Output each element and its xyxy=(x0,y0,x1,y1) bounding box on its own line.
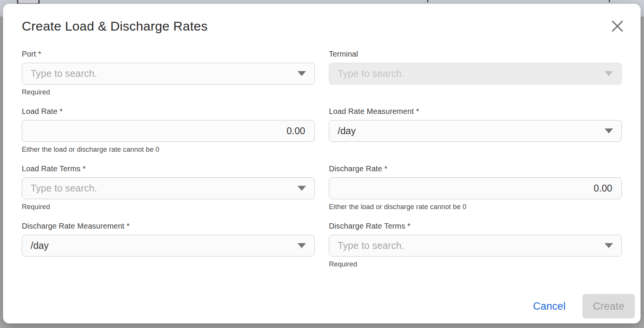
background-artifact xyxy=(609,0,610,2)
discharge-rate-helper-text: Either the load or discharge rate cannot… xyxy=(329,203,622,210)
caret-down-icon xyxy=(605,71,613,76)
close-button[interactable] xyxy=(610,18,625,34)
discharge-rate-measurement-value: /day xyxy=(31,240,49,251)
load-rate-measurement-select[interactable]: /day xyxy=(329,120,622,142)
dialog-footer: Cancel Create xyxy=(529,294,635,318)
terminal-label: Terminal xyxy=(329,50,622,58)
caret-down-icon xyxy=(605,128,613,133)
port-helper-text: Required xyxy=(22,89,315,96)
discharge-rate-measurement-select[interactable]: /day xyxy=(22,235,315,257)
field-terminal: Terminal Type to search. xyxy=(329,50,622,96)
field-discharge-rate-terms: Discharge Rate Terms * Type to search. R… xyxy=(329,222,622,268)
load-rate-measurement-label: Load Rate Measurement * xyxy=(329,107,622,115)
load-rate-terms-select[interactable]: Type to search. xyxy=(22,177,315,199)
port-placeholder: Type to search. xyxy=(31,68,97,79)
caret-down-icon xyxy=(298,71,306,76)
field-discharge-rate: Discharge Rate * Either the load or disc… xyxy=(329,165,622,210)
field-load-rate-terms: Load Rate Terms * Type to search. Requir… xyxy=(22,165,315,210)
create-button[interactable]: Create xyxy=(582,294,635,318)
field-discharge-rate-measurement: Discharge Rate Measurement * /day xyxy=(22,222,315,268)
discharge-rate-terms-select[interactable]: Type to search. xyxy=(329,235,622,257)
load-rate-terms-placeholder: Type to search. xyxy=(31,183,97,194)
discharge-rate-input[interactable] xyxy=(329,177,622,199)
field-load-rate-measurement: Load Rate Measurement * /day xyxy=(329,107,622,153)
port-select[interactable]: Type to search. xyxy=(22,63,315,84)
caret-down-icon xyxy=(298,243,306,248)
dialog-title: Create Load & Discharge Rates xyxy=(22,18,208,34)
load-rate-input[interactable] xyxy=(22,120,315,142)
create-load-discharge-rates-dialog: Create Load & Discharge Rates Port * Typ… xyxy=(3,4,641,323)
load-rate-terms-helper-text: Required xyxy=(22,203,315,210)
close-icon xyxy=(612,21,623,32)
cancel-button[interactable]: Cancel xyxy=(529,297,569,315)
dialog-header: Create Load & Discharge Rates xyxy=(22,18,622,34)
caret-down-icon xyxy=(298,186,306,191)
discharge-rate-terms-placeholder: Type to search. xyxy=(338,240,404,251)
load-rate-helper-text: Either the load or discharge rate cannot… xyxy=(22,146,315,153)
discharge-rate-measurement-label: Discharge Rate Measurement * xyxy=(22,222,315,230)
field-port: Port * Type to search. Required xyxy=(22,50,315,96)
terminal-placeholder: Type to search. xyxy=(338,68,404,79)
load-rate-measurement-value: /day xyxy=(338,125,356,136)
discharge-rate-terms-label: Discharge Rate Terms * xyxy=(329,222,622,230)
terminal-select: Type to search. xyxy=(329,63,622,84)
discharge-rate-label: Discharge Rate * xyxy=(329,165,622,172)
load-rate-terms-label: Load Rate Terms * xyxy=(22,165,315,172)
caret-down-icon xyxy=(605,243,613,248)
discharge-rate-terms-helper-text: Required xyxy=(329,261,622,268)
dialog-form: Port * Type to search. Required Terminal… xyxy=(22,50,622,268)
load-rate-label: Load Rate * xyxy=(22,107,315,115)
field-load-rate: Load Rate * Either the load or discharge… xyxy=(22,107,315,153)
background-artifact xyxy=(427,0,428,2)
port-label: Port * xyxy=(22,50,315,58)
